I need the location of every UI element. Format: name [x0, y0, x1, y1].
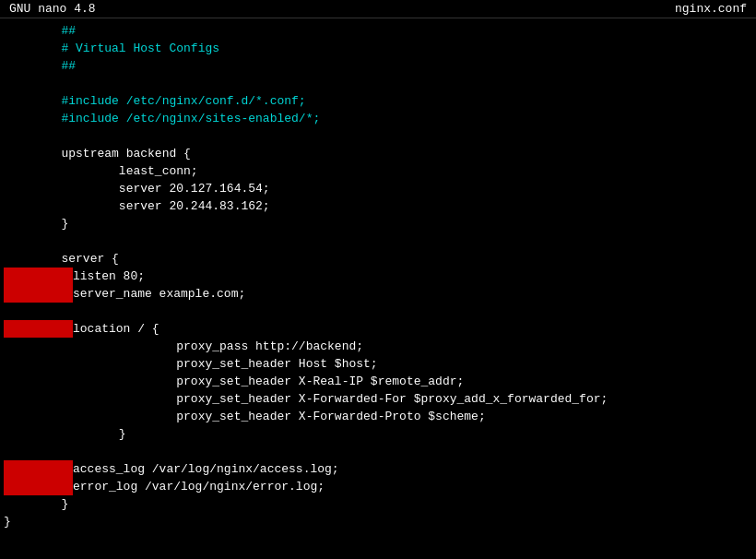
line-text: server 20.244.83.162; — [119, 199, 270, 213]
line-text: proxy_set_header X-Real-IP $remote_addr; — [176, 375, 464, 388]
editor-line: ## — [0, 57, 756, 75]
line-text: proxy_set_header Host $host; — [176, 357, 377, 371]
editor-line: # Virtual Host Configs — [0, 40, 756, 57]
editor-line — [0, 127, 756, 145]
editor-line: server { — [0, 250, 756, 268]
editor-line: proxy_set_header X-Forwarded-Proto $sche… — [0, 408, 756, 425]
line-text: access_log /var/log/nginx/access.log; — [73, 462, 339, 476]
line-text: #include /etc/nginx/conf.d/*.conf; — [61, 94, 305, 108]
app-title: GNU nano 4.8 — [9, 2, 96, 16]
editor-line: server_name example.com; — [0, 285, 756, 303]
editor-line: #include /etc/nginx/sites-enabled/*; — [0, 110, 756, 127]
editor-line — [0, 232, 756, 250]
editor-line: ## — [0, 22, 756, 40]
editor-line: location / { — [0, 320, 756, 338]
editor-line: server 20.127.164.54; — [0, 180, 756, 197]
editor-line: server 20.244.83.162; — [0, 197, 756, 215]
editor-line: } — [0, 215, 756, 232]
line-text: upstream backend { — [61, 147, 190, 161]
editor-line: proxy_pass http://backend; — [0, 338, 756, 355]
line-text: least_conn; — [119, 164, 198, 178]
line-text: } — [119, 427, 126, 441]
line-text: server_name example.com; — [73, 287, 245, 301]
editor-line: upstream backend { — [0, 145, 756, 162]
title-bar: GNU nano 4.8 nginx.conf — [0, 0, 756, 18]
app-container: GNU nano 4.8 nginx.conf ## # Virtual Hos… — [0, 0, 756, 559]
line-text: server 20.127.164.54; — [119, 182, 270, 196]
redacted-block — [4, 460, 73, 478]
line-text: } — [61, 217, 68, 231]
line-text: error_log /var/log/nginx/error.log; — [73, 480, 325, 494]
line-text: location / { — [73, 322, 159, 336]
editor-line — [0, 75, 756, 92]
redacted-block — [4, 320, 73, 338]
redacted-block — [4, 478, 73, 495]
editor-line: proxy_set_header X-Forwarded-For $proxy_… — [0, 390, 756, 408]
line-text: ## — [61, 24, 76, 38]
line-text: proxy_set_header X-Forwarded-For $proxy_… — [176, 392, 608, 406]
redacted-block — [4, 268, 73, 285]
editor-line: error_log /var/log/nginx/error.log; — [0, 478, 756, 495]
line-text: proxy_set_header X-Forwarded-Proto $sche… — [176, 410, 485, 423]
line-text: # Virtual Host Configs — [61, 42, 219, 55]
line-text: listen 80; — [73, 269, 145, 283]
line-text: } — [4, 515, 11, 529]
editor-line: } — [0, 425, 756, 443]
editor-line: listen 80; — [0, 268, 756, 285]
editor-line: access_log /var/log/nginx/access.log; — [0, 460, 756, 478]
editor-area[interactable]: ## # Virtual Host Configs ## #include /e… — [0, 18, 756, 559]
editor-line — [0, 303, 756, 320]
editor-line: proxy_set_header X-Real-IP $remote_addr; — [0, 373, 756, 390]
editor-line: } — [0, 495, 756, 513]
line-text: ## — [61, 59, 76, 73]
redacted-block — [4, 285, 73, 303]
editor-line: } — [0, 513, 756, 530]
file-name: nginx.conf — [675, 2, 747, 16]
line-text: #include /etc/nginx/sites-enabled/*; — [61, 112, 320, 125]
editor-line: least_conn; — [0, 162, 756, 180]
editor-line: #include /etc/nginx/conf.d/*.conf; — [0, 92, 756, 110]
line-text: } — [61, 497, 68, 511]
editor-line: proxy_set_header Host $host; — [0, 355, 756, 373]
editor-line — [0, 443, 756, 460]
line-text: server { — [61, 252, 118, 266]
line-text: proxy_pass http://backend; — [176, 339, 363, 353]
